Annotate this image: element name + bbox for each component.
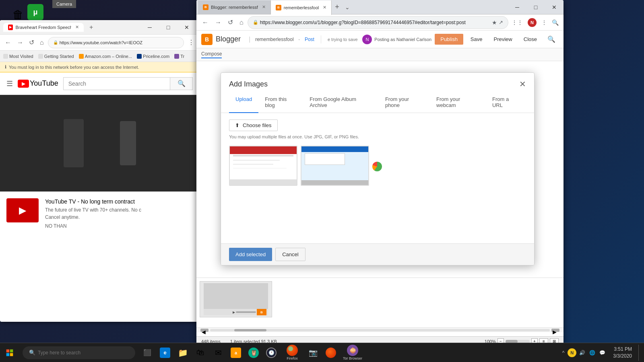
yt-tab-close[interactable]: ✕ bbox=[75, 25, 79, 30]
thumb1-line1 bbox=[233, 155, 293, 156]
blogger-save-button[interactable]: Save bbox=[466, 34, 487, 45]
taskbar-search-box[interactable]: 🔍 bbox=[23, 346, 135, 359]
yt-urlbar[interactable]: 🔒 https://www.youtube.com/watch?v=IEOOZ bbox=[48, 37, 184, 48]
br-tab-controls: B Blogger: rememberlessf ✕ B rememberles… bbox=[196, 0, 332, 14]
system-tray-expand-button[interactable]: ^ bbox=[561, 350, 566, 356]
blogger-post-link[interactable]: Post bbox=[305, 37, 314, 42]
blogger-publish-button[interactable]: Publish bbox=[435, 34, 463, 45]
dialog-close-button[interactable]: ✕ bbox=[519, 79, 526, 89]
br-urlbar[interactable]: 🔒 https://www.blogger.com/u/1/blogger.g?… bbox=[248, 16, 508, 29]
fe-scroll-right-btn[interactable]: ► bbox=[551, 329, 559, 332]
yt-bookmark-label2: Getting Started bbox=[44, 54, 74, 59]
br-lock-icon: 🔒 bbox=[253, 20, 258, 25]
fe-preview-item[interactable]: ▶ B bbox=[200, 281, 272, 317]
clock-icon: 🕐 bbox=[266, 348, 277, 358]
br-tab-scroll-arrows[interactable]: ⌄ bbox=[343, 4, 352, 10]
dialog-tab-from-blog[interactable]: From this blog bbox=[258, 92, 303, 113]
blogger-search-icon[interactable]: 🔍 bbox=[544, 35, 559, 43]
dialog-tab-webcam[interactable]: From your webcam bbox=[430, 92, 486, 113]
image-thumb-1[interactable] bbox=[229, 146, 297, 186]
cancel-dialog-button[interactable]: Cancel bbox=[275, 248, 305, 261]
br-add-tab[interactable]: + bbox=[332, 3, 343, 11]
yt-maximize-button[interactable]: □ bbox=[159, 20, 178, 35]
taskbar-search-input[interactable] bbox=[38, 350, 129, 356]
taskbar-clock[interactable]: 3:51 PM 3/3/2020 bbox=[608, 346, 637, 360]
choose-files-button[interactable]: ⬆ Choose files bbox=[229, 119, 278, 131]
yt-extensions-button[interactable]: ⋮ bbox=[186, 37, 196, 48]
taskbar-edge-button[interactable]: e bbox=[156, 343, 174, 362]
br-bookmark-star-icon[interactable]: ★ bbox=[492, 19, 497, 26]
upload-icon: ⬆ bbox=[235, 122, 239, 128]
br-user-profile-button[interactable]: N bbox=[526, 16, 538, 29]
fe-content-area: ▶ B bbox=[196, 278, 564, 321]
yt-forward-button[interactable]: → bbox=[15, 37, 25, 48]
fe-horizontal-scrollbar[interactable]: ◄ ► bbox=[196, 327, 564, 332]
br-extensions-button[interactable]: ⋮⋮ bbox=[510, 18, 524, 27]
compose-tab[interactable]: Compose bbox=[201, 51, 222, 58]
dialog-footer: Add selected Cancel bbox=[221, 243, 534, 265]
choose-files-label: Choose files bbox=[243, 122, 272, 128]
br-url-extra-icon[interactable]: ↗ bbox=[499, 19, 503, 25]
taskbar-mail-button[interactable]: ✉ bbox=[209, 343, 227, 362]
br-search-icon-button[interactable]: 🔍 bbox=[550, 18, 560, 27]
dialog-tab-google-album[interactable]: From Google Album Archive bbox=[303, 92, 379, 113]
br-home-button[interactable]: ⌂ bbox=[237, 16, 246, 29]
taskbar-date-display: 3/3/2020 bbox=[613, 353, 632, 360]
yt-minimize-button[interactable]: ─ bbox=[140, 20, 159, 35]
yt-hamburger-icon[interactable]: ☰ bbox=[6, 79, 13, 88]
yt-bookmark-tor[interactable]: Tr bbox=[174, 54, 184, 59]
yt-home-button[interactable]: ⌂ bbox=[38, 37, 45, 48]
norton-tray-icon[interactable]: N bbox=[568, 348, 576, 357]
br-tab1-close[interactable]: ✕ bbox=[262, 4, 266, 10]
br-tab2-close[interactable]: ✕ bbox=[323, 5, 326, 10]
yt-close-button[interactable]: ✕ bbox=[178, 20, 196, 35]
br-restore-button[interactable]: □ bbox=[526, 0, 545, 14]
taskbar-camera-button[interactable]: 📷 bbox=[304, 343, 322, 362]
camera-window-title[interactable]: Camera bbox=[52, 0, 76, 8]
add-selected-button[interactable]: Add selected bbox=[229, 248, 272, 261]
yt-no-thanks-button[interactable]: NO THAN bbox=[45, 223, 193, 229]
dialog-tab-url[interactable]: From a URL bbox=[486, 92, 526, 113]
yt-back-button[interactable]: ← bbox=[3, 37, 13, 48]
br-tab-rememberfool[interactable]: B rememberlessfool ✕ bbox=[271, 0, 332, 15]
network-icon[interactable]: 🌐 bbox=[588, 349, 597, 356]
speaker-icon[interactable]: 🔊 bbox=[578, 349, 586, 356]
br-refresh-button[interactable]: ↺ bbox=[225, 16, 235, 29]
start-button[interactable] bbox=[0, 343, 19, 362]
action-center-icon[interactable]: 💬 bbox=[598, 349, 607, 356]
yt-bookmark-getting-started[interactable]: Getting Started bbox=[38, 54, 74, 59]
br-forward-button[interactable]: → bbox=[213, 16, 224, 29]
blogger-close-button[interactable]: Close bbox=[520, 34, 541, 45]
taskbar-store-button[interactable]: 🛍 bbox=[192, 343, 209, 362]
br-more-menu-button[interactable]: ⋮ bbox=[540, 18, 549, 27]
taskbar-file-explorer-button[interactable]: 📁 bbox=[174, 343, 192, 362]
dialog-tab-phone[interactable]: From your phone bbox=[379, 92, 430, 113]
image-thumb-2[interactable] bbox=[301, 146, 369, 186]
br-back-button[interactable]: ← bbox=[200, 16, 211, 29]
show-desktop-button[interactable] bbox=[638, 345, 641, 361]
yt-search-button[interactable]: 🔍 bbox=[170, 78, 192, 90]
yt-bookmark-most-visited[interactable]: Most Visited bbox=[3, 54, 33, 59]
yt-bookmark-priceline[interactable]: Priceline.com bbox=[137, 54, 169, 59]
br-tab-blogger[interactable]: B Blogger: rememberlessf ✕ bbox=[198, 0, 271, 14]
dialog-header: Add Images ✕ bbox=[221, 73, 534, 89]
taskbar-tor-button[interactable]: 🧅 Tor Browser bbox=[340, 343, 365, 362]
br-close-button[interactable]: ✕ bbox=[545, 0, 564, 14]
yt-refresh-button[interactable]: ↺ bbox=[27, 37, 36, 48]
taskbar-firefox2-button[interactable] bbox=[322, 343, 340, 362]
dialog-tab-upload[interactable]: Upload bbox=[229, 92, 258, 113]
blogger-preview-button[interactable]: Preview bbox=[490, 34, 516, 45]
yt-logo[interactable]: ▶ YouTube bbox=[18, 79, 58, 88]
fe-scroll-left-btn[interactable]: ◄ bbox=[200, 329, 208, 332]
yt-bookmark-amazon[interactable]: Amazon.com – Online... bbox=[79, 54, 132, 59]
taskbar-tripadvisor-button[interactable]: 🦉 bbox=[245, 343, 262, 362]
task-view-button[interactable]: ⬛ bbox=[138, 343, 156, 362]
taskbar-clock-button[interactable]: 🕐 bbox=[262, 343, 280, 362]
taskbar-amazon-button[interactable]: a bbox=[227, 343, 245, 362]
br-minimize-button[interactable]: ─ bbox=[508, 0, 526, 14]
taskbar-firefox-button[interactable]: Firefox bbox=[280, 343, 304, 362]
yt-tab-active[interactable]: ▶ Braveheart Freedom Speech (H ✕ bbox=[3, 23, 84, 32]
br-navbar: ← → ↺ ⌂ 🔒 https://www.blogger.com/u/1/bl… bbox=[196, 14, 564, 31]
yt-search-input[interactable] bbox=[64, 78, 170, 90]
yt-add-tab[interactable]: + bbox=[87, 24, 95, 31]
